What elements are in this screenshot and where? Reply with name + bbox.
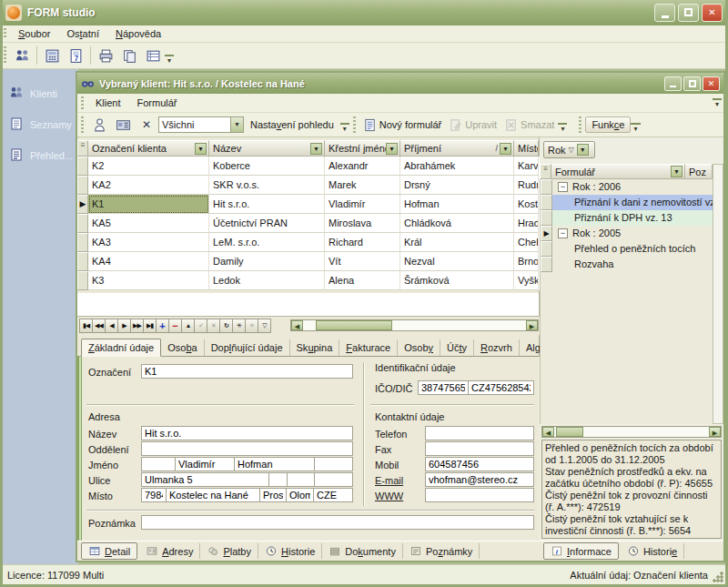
- misto-field[interactable]: [166, 488, 260, 502]
- email-field[interactable]: [425, 472, 534, 487]
- titul2-field[interactable]: [314, 457, 353, 471]
- year-dropdown-icon[interactable]: ▼: [577, 144, 589, 156]
- scroll-right-icon[interactable]: ▶: [526, 320, 538, 330]
- ulice-cp-field[interactable]: [268, 472, 288, 487]
- tab-skupina[interactable]: Skupina: [290, 339, 340, 356]
- grid-cell[interactable]: Koberce: [209, 157, 325, 176]
- grid-cell[interactable]: Král: [400, 233, 514, 252]
- client-row-K3[interactable]: K3LedokAlenaŠrámkováVyšk: [77, 271, 540, 290]
- tab-informace[interactable]: iInformace: [543, 542, 619, 560]
- grid-cell[interactable]: K3: [88, 271, 209, 290]
- nav-next-page-button[interactable]: ▶▶: [130, 319, 144, 333]
- grid-cell[interactable]: Chládková: [400, 214, 514, 233]
- zeme-field[interactable]: [313, 488, 353, 502]
- client-row-K2[interactable]: K2KoberceAlexandrAbrahámekKarv: [77, 157, 540, 176]
- client-row-KA4[interactable]: KA4DamilyVítNezvalBrno: [77, 252, 540, 271]
- copy-icon[interactable]: [118, 45, 140, 66]
- grid-cell[interactable]: Vít: [325, 252, 400, 271]
- column-filter-icon[interactable]: ▼: [195, 143, 207, 155]
- grid-cell[interactable]: Vyšk: [514, 271, 539, 290]
- collapse-icon[interactable]: −: [558, 182, 568, 192]
- child-menu-overflow-icon[interactable]: ▾: [713, 98, 722, 109]
- client-row-KA2[interactable]: KA2SKR v.o.s.MarekDrsnýRudn: [77, 176, 540, 195]
- menu-item-Soubor[interactable]: Soubor: [10, 26, 58, 41]
- nav-edit-button[interactable]: ▲: [181, 319, 195, 333]
- column-filter-icon[interactable]: ▼: [386, 143, 398, 155]
- nav-insert-button[interactable]: +: [156, 319, 169, 333]
- nav-post-button[interactable]: ✓: [194, 319, 207, 333]
- tab--ty[interactable]: Účty: [440, 339, 474, 356]
- nav-next-button[interactable]: ▶: [117, 319, 131, 333]
- child-menu-item-Formulář[interactable]: Formulář: [129, 96, 186, 110]
- group2-overflow-icon[interactable]: ▾: [558, 123, 567, 134]
- grid-cell[interactable]: K2: [88, 157, 209, 176]
- grid-cell[interactable]: KA2: [88, 176, 209, 195]
- mobil-field[interactable]: [425, 457, 534, 471]
- column-filter-icon[interactable]: ▼: [671, 166, 682, 177]
- ulice-x-field[interactable]: [314, 472, 353, 487]
- grid-cell[interactable]: Abrahámek: [400, 157, 514, 176]
- year-group-button[interactable]: Rok ▽ ▼: [543, 141, 595, 158]
- grid-cell[interactable]: Richard: [325, 233, 400, 252]
- dic-field[interactable]: [468, 380, 534, 395]
- menu-item-Ostatní[interactable]: Ostatní: [58, 26, 106, 41]
- list-icon[interactable]: [142, 45, 164, 66]
- grid-cell[interactable]: Nezval: [400, 252, 514, 271]
- child-minimize-button[interactable]: [664, 76, 682, 91]
- maximize-button[interactable]: [678, 4, 699, 22]
- nav-last-button[interactable]: ▶▮: [143, 319, 157, 333]
- column-header-5[interactable]: Místo: [514, 140, 539, 157]
- grid-cell[interactable]: Ledok: [209, 271, 325, 290]
- grid-hscrollbar[interactable]: ◀ ▶: [290, 319, 539, 331]
- email-link-label[interactable]: E-mail: [375, 475, 403, 486]
- delete-button[interactable]: Smazat: [500, 117, 558, 133]
- www-field[interactable]: [425, 488, 534, 502]
- poznamka-field[interactable]: [141, 515, 534, 530]
- resize-grip[interactable]: [713, 572, 723, 582]
- row-gutter-cell[interactable]: [77, 176, 88, 195]
- form7-icon[interactable]: 7: [65, 45, 86, 66]
- grid-cell[interactable]: KA4: [88, 252, 209, 271]
- tree-row-p-izn-n-k-dph-vz-13[interactable]: Přiznání k DPH vz. 13: [541, 210, 713, 226]
- oddeleni-field[interactable]: [141, 441, 353, 456]
- last-name-field[interactable]: [234, 457, 315, 471]
- printer-icon[interactable]: [95, 45, 116, 66]
- kraj-field[interactable]: [286, 488, 314, 502]
- edit-button[interactable]: Upravit: [445, 117, 500, 133]
- nav-bookmark-goto-button[interactable]: ✳: [245, 319, 258, 333]
- tab-historie[interactable]: Historie: [621, 543, 684, 559]
- grid-cell[interactable]: Karv: [514, 157, 539, 176]
- telefon-field[interactable]: [425, 426, 534, 440]
- tree-row-gutter[interactable]: [541, 257, 552, 272]
- view-filter-combo[interactable]: Všichni ▼: [158, 116, 244, 133]
- tab-osoba[interactable]: Osoba: [161, 339, 204, 356]
- view-settings-button[interactable]: Nastavení pohledu: [244, 116, 340, 133]
- row-gutter-cell[interactable]: [77, 271, 88, 290]
- toolbar-grip[interactable]: [3, 46, 7, 65]
- grid-cell[interactable]: KA3: [88, 233, 209, 252]
- www-link-label[interactable]: WWW: [375, 491, 403, 501]
- funkce-overflow-icon[interactable]: ▾: [631, 123, 640, 134]
- functions-button[interactable]: Funkce: [585, 116, 631, 133]
- sidebar-item-pehled[interactable]: Přehled...: [0, 144, 78, 167]
- tab-poznámky[interactable]: Poznámky: [403, 543, 480, 559]
- tree-row-label[interactable]: Rozvaha: [552, 257, 713, 272]
- grid-cell[interactable]: Účetnictví PRAN: [209, 214, 325, 233]
- forms-vscrollbar[interactable]: [713, 164, 723, 424]
- grid-cell[interactable]: KA5: [88, 214, 209, 233]
- first-name-field[interactable]: [175, 457, 235, 471]
- tree-row-gutter[interactable]: [541, 179, 552, 195]
- ulice-field[interactable]: [141, 472, 269, 487]
- row-gutter-cell[interactable]: [77, 252, 88, 271]
- collapse-icon[interactable]: −: [558, 228, 568, 238]
- psc-field[interactable]: [141, 488, 167, 502]
- nav-prev-button[interactable]: ◀: [105, 319, 118, 333]
- grid-cell[interactable]: Miroslava: [325, 214, 400, 233]
- fax-field[interactable]: [425, 441, 534, 456]
- scroll-left-icon[interactable]: ◀: [542, 427, 554, 437]
- tab-adresy[interactable]: Adresy: [139, 543, 200, 559]
- column-filter-icon[interactable]: ▼: [500, 143, 511, 155]
- column-header-1[interactable]: Označení klienta▼: [88, 140, 209, 157]
- grid-cell[interactable]: Vladimír: [325, 195, 400, 214]
- grid-cell[interactable]: Drsný: [400, 176, 514, 195]
